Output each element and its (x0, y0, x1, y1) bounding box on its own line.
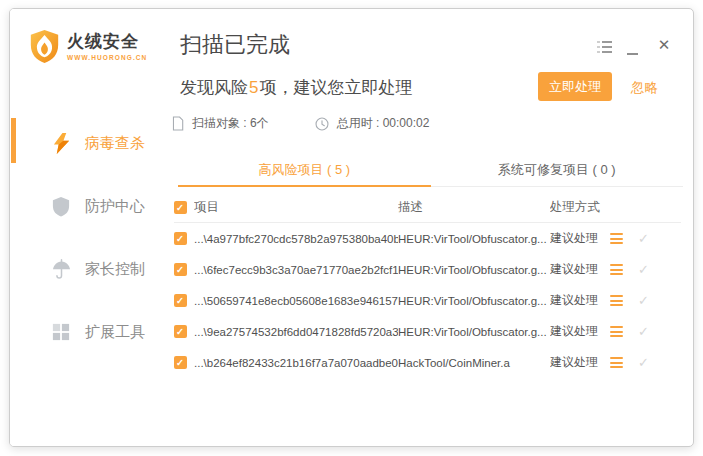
clock-icon (315, 117, 329, 131)
risk-table: 项目 描述 处理方式 ...\4a977bfc270cdc578b2a97538… (174, 192, 681, 378)
row-file-path: ...\6fec7ecc9b3c3a70ae71770ae2b2fcf161 (194, 264, 398, 276)
row-threat-description: HEUR:VirTool/Obfuscator.g... (398, 264, 550, 276)
row-threat-description: HEUR:VirTool/Obfuscator.g... (398, 326, 550, 338)
column-header-item: 项目 (194, 199, 398, 216)
sidebar-item-virus-scan[interactable]: 病毒查杀 (10, 121, 170, 165)
row-action-menu-icon[interactable] (610, 326, 623, 337)
row-action-label: 建议处理 (550, 230, 610, 247)
brand-name: 火绒安全 (67, 33, 147, 51)
sidebar-item-parental-control[interactable]: 家长控制 (10, 247, 170, 291)
row-checkbox[interactable] (174, 263, 187, 276)
scan-stats: 扫描对象 : 6个 总用时 : 00:00:02 (172, 115, 429, 132)
risk-summary-prefix: 发现风险 (180, 78, 248, 97)
sidebar-item-label: 防护中心 (85, 197, 145, 216)
shield-icon (50, 195, 72, 217)
row-action-label: 建议处理 (550, 261, 610, 278)
table-row[interactable]: ...\6fec7ecc9b3c3a70ae71770ae2b2fcf161 H… (174, 254, 681, 285)
row-threat-description: HackTool/CoinMiner.a (398, 357, 550, 369)
row-file-path: ...\b264ef82433c21b16f7a7a070aadbe051 (194, 357, 398, 369)
sidebar: 火绒安全 WWW.HUORONG.CN 病毒查杀 防护中心 (10, 9, 170, 446)
row-checkbox[interactable] (174, 232, 187, 245)
table-row[interactable]: ...\9ea27574532bf6dd0471828fd5720a33c HE… (174, 316, 681, 347)
table-row[interactable]: ...\4a977bfc270cdc578b2a975380ba40b69 HE… (174, 223, 681, 254)
scan-duration-stat: 总用时 : 00:00:02 (315, 115, 430, 132)
row-checkmark-icon (638, 355, 668, 370)
minimize-icon[interactable] (627, 53, 638, 55)
risk-summary-suffix: 项，建议您立即处理 (259, 78, 412, 97)
row-action-menu-icon[interactable] (610, 295, 623, 306)
page-title: 扫描已完成 (180, 30, 290, 60)
app-window: 火绒安全 WWW.HUORONG.CN 病毒查杀 防护中心 (9, 8, 694, 447)
row-action-menu-icon[interactable] (610, 233, 623, 244)
row-checkmark-icon (638, 231, 668, 246)
row-file-path: ...\50659741e8ecb05608e1683e946157cfc (194, 295, 398, 307)
row-checkmark-icon (638, 293, 668, 308)
app-logo: 火绒安全 WWW.HUORONG.CN (29, 29, 147, 64)
row-checkmark-icon (638, 262, 668, 277)
row-threat-description: HEUR:VirTool/Obfuscator.g... (398, 295, 550, 307)
result-tabs: 高风险项目 ( 5 ) 系统可修复项目 ( 0 ) (178, 155, 683, 187)
table-row[interactable]: ...\50659741e8ecb05608e1683e946157cfc HE… (174, 285, 681, 316)
row-action-label: 建议处理 (550, 292, 610, 309)
column-header-action: 处理方式 (550, 199, 610, 216)
tab-system-fixable-items[interactable]: 系统可修复项目 ( 0 ) (431, 155, 684, 186)
sidebar-item-label: 家长控制 (85, 260, 145, 279)
row-threat-description: HEUR:VirTool/Obfuscator.g... (398, 233, 550, 245)
sidebar-item-protection-center[interactable]: 防护中心 (10, 184, 170, 228)
row-file-path: ...\9ea27574532bf6dd0471828fd5720a33c (194, 326, 398, 338)
risk-count: 5 (249, 78, 258, 97)
tab-high-risk-items[interactable]: 高风险项目 ( 5 ) (178, 155, 431, 186)
close-icon[interactable] (655, 36, 673, 54)
column-header-description: 描述 (398, 199, 550, 216)
shield-flame-logo-icon (29, 29, 60, 64)
scan-duration-text: 总用时 : 00:00:02 (337, 115, 430, 132)
scan-objects-text: 扫描对象 : 6个 (192, 115, 269, 132)
row-checkbox[interactable] (174, 294, 187, 307)
select-all-checkbox[interactable] (174, 201, 187, 214)
handle-now-button[interactable]: 立即处理 (538, 72, 612, 101)
table-header: 项目 描述 处理方式 (174, 192, 681, 223)
risk-summary: 发现风险5项，建议您立即处理 (180, 76, 412, 99)
brand-url: WWW.HUORONG.CN (67, 54, 147, 61)
row-action-menu-icon[interactable] (610, 357, 623, 368)
row-action-label: 建议处理 (550, 323, 610, 340)
document-icon (172, 116, 184, 131)
row-checkmark-icon (638, 324, 668, 339)
lightning-bolt-icon (50, 132, 72, 154)
sidebar-item-label: 扩展工具 (85, 323, 145, 342)
row-file-path: ...\4a977bfc270cdc578b2a975380ba40b69 (194, 233, 398, 245)
window-menu-icon[interactable] (597, 41, 612, 53)
sidebar-item-label: 病毒查杀 (85, 134, 145, 153)
ignore-link[interactable]: 忽略 (631, 79, 658, 97)
scan-objects-stat: 扫描对象 : 6个 (172, 115, 269, 132)
row-checkbox[interactable] (174, 325, 187, 338)
grid-apps-icon (50, 321, 72, 343)
row-checkbox[interactable] (174, 356, 187, 369)
row-action-label: 建议处理 (550, 354, 610, 371)
table-row[interactable]: ...\b264ef82433c21b16f7a7a070aadbe051 Ha… (174, 347, 681, 378)
row-action-menu-icon[interactable] (610, 264, 623, 275)
main-panel: 扫描已完成 发现风险5项，建议您立即处理 立即处理 忽略 扫描对象 : 6个 (170, 9, 693, 446)
umbrella-icon (50, 258, 72, 280)
sidebar-item-extension-tools[interactable]: 扩展工具 (10, 310, 170, 354)
